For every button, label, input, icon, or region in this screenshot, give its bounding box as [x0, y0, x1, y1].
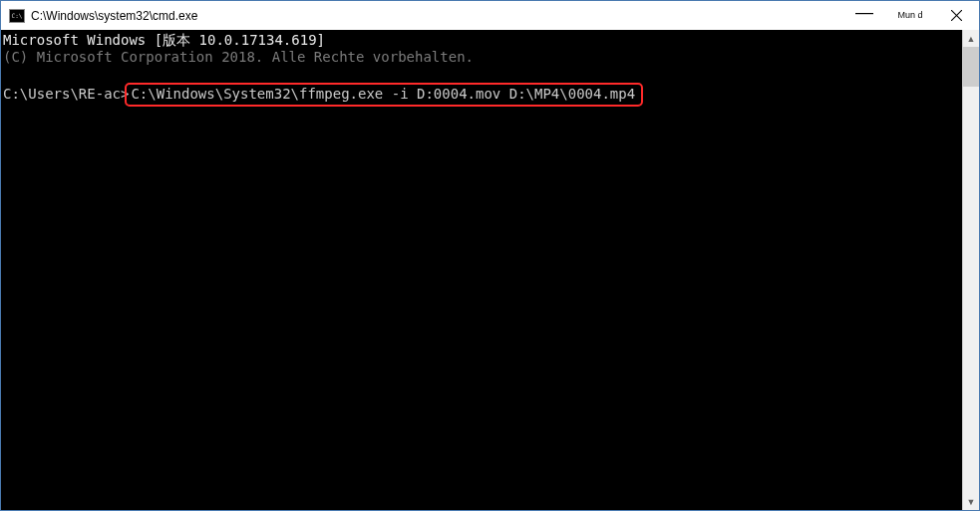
console-line-copyright: (C) Microsoft Corporation 2018. Alle Rec… [3, 49, 474, 65]
console-prompt-line: C:\Users\RE-ac>C:\Windows\System32\ffmpe… [3, 86, 643, 102]
minimize-button[interactable]: — [841, 0, 887, 26]
command-text: C:\Windows\System32\ffmpeg.exe -i D:0004… [131, 86, 635, 102]
console-area: Microsoft Windows [版本 10.0.17134.619] (C… [1, 30, 979, 510]
close-icon [951, 10, 962, 21]
close-button[interactable] [933, 1, 979, 30]
window-controls: — Mun d [841, 1, 979, 30]
scroll-up-button[interactable]: ▲ [963, 30, 979, 47]
prompt-text: C:\Users\RE-ac> [3, 86, 129, 102]
scroll-down-button[interactable]: ▼ [963, 493, 979, 510]
window-title: C:\Windows\system32\cmd.exe [31, 9, 197, 23]
scroll-thumb[interactable] [963, 47, 979, 87]
scroll-track[interactable] [963, 47, 979, 493]
vertical-scrollbar[interactable]: ▲ ▼ [962, 30, 979, 510]
console-line-version: Microsoft Windows [版本 10.0.17134.619] [3, 32, 325, 48]
window-titlebar[interactable]: C:\Windows\system32\cmd.exe — Mun d [1, 1, 979, 31]
cmd-icon [9, 9, 25, 23]
maximize-button[interactable]: Mun d [887, 1, 933, 30]
command-highlight: C:\Windows\System32\ffmpeg.exe -i D:0004… [125, 83, 643, 107]
console-output[interactable]: Microsoft Windows [版本 10.0.17134.619] (C… [1, 30, 962, 510]
